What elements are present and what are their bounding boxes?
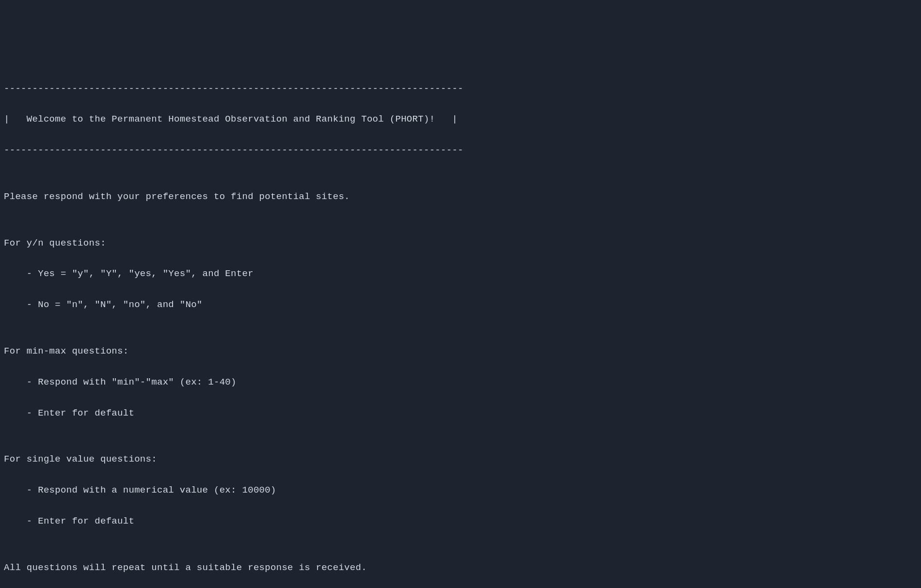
single-header: For single value questions: (4, 452, 917, 467)
intro-prefs: Please respond with your preferences to … (4, 189, 917, 205)
yn-bullet-yes: - Yes = "y", "Y", "yes, "Yes", and Enter (4, 266, 917, 282)
banner-title: | Welcome to the Permanent Homestead Obs… (4, 112, 917, 127)
yn-bullet-no: - No = "n", "N", "no", and "No" (4, 297, 917, 313)
repeat-info: All questions will repeat until a suitab… (4, 560, 917, 576)
yn-header: For y/n questions: (4, 236, 917, 251)
minmax-bullet-2: - Enter for default (4, 406, 917, 421)
single-bullet-1: - Respond with a numerical value (ex: 10… (4, 483, 917, 498)
minmax-bullet-1: - Respond with "min"-"max" (ex: 1-40) (4, 375, 917, 390)
banner-rule-bottom: ----------------------------------------… (4, 143, 917, 158)
single-bullet-2: - Enter for default (4, 514, 917, 529)
banner-rule-top: ----------------------------------------… (4, 81, 917, 97)
terminal-output[interactable]: ----------------------------------------… (4, 66, 917, 588)
minmax-header: For min-max questions: (4, 344, 917, 359)
